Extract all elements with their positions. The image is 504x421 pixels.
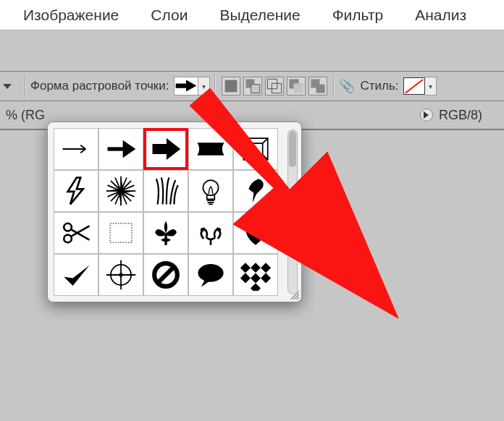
popup-notch	[210, 115, 224, 122]
path-mode-intersect-icon[interactable]	[265, 77, 284, 95]
style-swatch[interactable]	[403, 77, 425, 95]
shape-ornament[interactable]	[188, 212, 233, 254]
options-toolbar: Форма растровой точки: ▾ 📎 Стиль: ▾	[0, 71, 504, 101]
svg-line-39	[158, 267, 175, 284]
resize-handle-icon[interactable]	[287, 288, 299, 299]
svg-point-32	[201, 228, 204, 231]
shape-frame[interactable]	[233, 128, 278, 170]
shape-bulb[interactable]	[188, 170, 233, 212]
shape-heart[interactable]	[233, 212, 278, 254]
svg-point-40	[198, 264, 223, 282]
shape-arrow-bold[interactable]	[143, 128, 188, 170]
separator	[333, 75, 335, 98]
shape-checker[interactable]	[233, 254, 278, 296]
style-dropdown[interactable]: ▾	[425, 77, 437, 95]
svg-rect-6	[293, 83, 303, 93]
menu-select[interactable]: Выделение	[203, 7, 316, 24]
tool-preset-dropdown-icon[interactable]	[3, 84, 12, 89]
shape-fleur[interactable]	[143, 212, 188, 254]
link-icon[interactable]: 📎	[339, 78, 355, 94]
path-mode-subtract-icon[interactable]	[243, 77, 262, 95]
svg-rect-0	[224, 80, 237, 93]
style-label: Стиль:	[361, 79, 399, 93]
scroll-thumb[interactable]	[289, 131, 296, 167]
shape-thin-arrow[interactable]	[54, 128, 98, 170]
shape-stamp[interactable]	[98, 212, 143, 254]
svg-line-9	[405, 80, 422, 93]
menu-bar: Изображение Слои Выделение Фильтр Анализ	[0, 0, 504, 30]
shape-grass[interactable]	[143, 170, 188, 212]
shape-arrow-open[interactable]	[98, 128, 143, 170]
path-mode-fill-icon[interactable]	[222, 77, 240, 95]
document-mode: RGB/8)	[439, 108, 482, 123]
separator	[214, 75, 216, 98]
svg-rect-8	[316, 85, 324, 93]
shape-scissors[interactable]	[54, 212, 98, 254]
shape-grid	[54, 128, 278, 296]
shape-target[interactable]	[98, 254, 143, 296]
panel-flyout-icon[interactable]	[420, 109, 433, 122]
shape-check[interactable]	[54, 254, 98, 296]
svg-rect-2	[251, 85, 259, 93]
shape-picker-dropdown[interactable]: ▾	[198, 77, 210, 95]
shape-lightning[interactable]	[54, 170, 98, 212]
svg-rect-31	[110, 224, 132, 242]
document-title-left: % (RG	[0, 105, 51, 126]
path-mode-combine-icon[interactable]	[308, 77, 327, 95]
arrow-bold-icon	[175, 79, 198, 93]
shape-speech[interactable]	[188, 254, 233, 296]
shape-burst[interactable]	[98, 170, 143, 212]
menu-layers[interactable]: Слои	[135, 7, 203, 24]
shape-no[interactable]	[143, 254, 188, 296]
svg-point-33	[217, 228, 221, 231]
path-mode-exclude-icon[interactable]	[287, 77, 306, 95]
shape-pin[interactable]	[233, 170, 278, 212]
menu-filter[interactable]: Фильтр	[316, 7, 400, 24]
separator	[25, 75, 26, 98]
svg-point-28	[203, 180, 218, 195]
menu-image[interactable]: Изображение	[7, 7, 135, 24]
popup-scrollbar[interactable]	[287, 129, 298, 294]
shape-label: Форма растровой точки:	[30, 79, 169, 93]
shape-banner[interactable]	[188, 128, 233, 170]
shape-picker-popup	[47, 122, 302, 302]
menu-analysis[interactable]: Анализ	[399, 7, 482, 24]
no-style-icon	[404, 78, 424, 94]
shape-picker-swatch[interactable]	[174, 77, 198, 95]
